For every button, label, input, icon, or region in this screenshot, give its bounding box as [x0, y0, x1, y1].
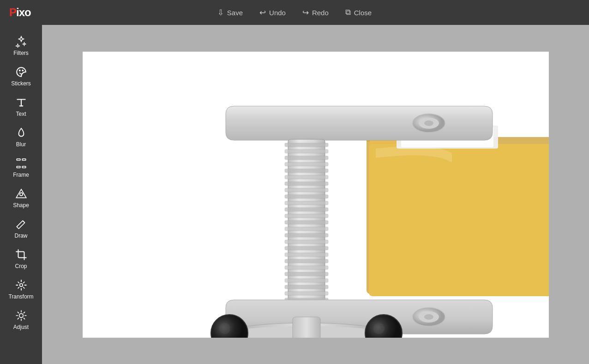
svg-point-7 [19, 193, 23, 196]
svg-rect-27 [285, 195, 328, 198]
text-label: Text [16, 111, 26, 117]
blur-label: Blur [16, 141, 26, 148]
close-button[interactable]: ⧉ Close [345, 8, 372, 17]
svg-rect-25 [285, 182, 328, 185]
undo-label: Undo [269, 9, 286, 17]
svg-rect-33 [285, 233, 328, 237]
sidebar-item-shape[interactable]: Shape [0, 183, 42, 213]
stickers-icon [15, 66, 28, 78]
filters-icon [15, 35, 28, 48]
svg-rect-42 [285, 292, 328, 295]
canvas-image [83, 52, 549, 338]
sidebar-item-adjust[interactable]: Adjust [0, 304, 42, 335]
sidebar-item-text[interactable]: Text [0, 91, 42, 122]
logo-p: P [9, 6, 16, 18]
draw-label: Draw [14, 233, 27, 239]
svg-rect-20 [285, 149, 328, 153]
main-area: Filters Stickers Text [0, 25, 589, 364]
svg-rect-37 [285, 259, 328, 263]
svg-rect-35 [285, 246, 328, 250]
sidebar-item-filters[interactable]: Filters [0, 30, 42, 61]
svg-rect-3 [22, 159, 26, 160]
svg-rect-29 [285, 208, 328, 211]
close-icon: ⧉ [345, 8, 351, 17]
svg-marker-6 [16, 189, 26, 197]
save-button[interactable]: ⇩ Save [217, 8, 243, 18]
topbar: Pixo ⇩ Save ↩ Undo ↪ Redo ⧉ Close [0, 0, 589, 25]
svg-rect-39 [285, 272, 328, 276]
adjust-label: Adjust [13, 324, 29, 330]
redo-button[interactable]: ↪ Redo [302, 8, 329, 18]
svg-point-8 [19, 284, 23, 287]
stickers-label: Stickers [11, 80, 31, 87]
svg-rect-40 [285, 279, 328, 282]
frame-label: Frame [13, 172, 29, 178]
svg-point-9 [19, 314, 23, 318]
save-label: Save [227, 9, 243, 17]
topbar-actions: ⇩ Save ↩ Undo ↪ Redo ⧉ Close [217, 8, 372, 18]
svg-rect-22 [285, 162, 328, 166]
svg-point-17 [424, 120, 433, 126]
filters-label: Filters [13, 50, 29, 56]
svg-rect-4 [17, 167, 20, 168]
svg-point-1 [22, 70, 23, 71]
svg-rect-28 [285, 201, 328, 205]
svg-rect-24 [285, 175, 328, 179]
svg-rect-41 [285, 285, 328, 289]
app-logo: Pixo [9, 6, 31, 19]
svg-rect-23 [285, 169, 328, 173]
undo-button[interactable]: ↩ Undo [259, 8, 286, 18]
close-label: Close [354, 9, 372, 17]
svg-point-48 [424, 314, 433, 320]
svg-rect-26 [285, 188, 328, 192]
sidebar-item-transform[interactable]: Transform [0, 274, 42, 304]
svg-rect-30 [285, 214, 328, 218]
transform-icon [15, 279, 28, 292]
svg-rect-34 [285, 240, 328, 244]
sidebar: Filters Stickers Text [0, 25, 42, 364]
draw-icon [15, 218, 28, 231]
shape-icon [15, 187, 28, 200]
sidebar-item-blur[interactable]: Blur [0, 122, 42, 152]
svg-rect-32 [285, 227, 328, 231]
svg-rect-38 [285, 266, 328, 269]
crop-icon [15, 248, 28, 261]
sidebar-item-stickers[interactable]: Stickers [0, 61, 42, 91]
svg-point-0 [19, 70, 20, 71]
frame-icon [15, 157, 28, 170]
svg-rect-5 [22, 167, 26, 168]
sidebar-item-frame[interactable]: Frame [0, 152, 42, 183]
svg-point-54 [373, 323, 385, 334]
save-icon: ⇩ [217, 8, 224, 18]
redo-icon: ↪ [302, 8, 309, 18]
crop-label: Crop [15, 263, 27, 269]
text-icon [15, 96, 28, 109]
svg-rect-31 [285, 221, 328, 224]
sidebar-item-draw[interactable]: Draw [0, 213, 42, 244]
canvas-area [42, 25, 589, 364]
svg-rect-19 [285, 143, 328, 147]
svg-rect-21 [285, 156, 328, 160]
svg-rect-2 [17, 159, 20, 160]
redo-label: Redo [312, 9, 329, 17]
svg-rect-36 [285, 253, 328, 257]
shape-label: Shape [13, 202, 29, 209]
transform-label: Transform [8, 293, 33, 300]
svg-rect-55 [293, 317, 320, 338]
canvas-frame [83, 52, 549, 338]
svg-rect-12 [369, 144, 549, 296]
adjust-icon [15, 309, 28, 322]
undo-icon: ↩ [259, 8, 266, 18]
blur-icon [15, 126, 28, 139]
svg-point-52 [219, 323, 230, 334]
sidebar-item-crop[interactable]: Crop [0, 244, 42, 274]
